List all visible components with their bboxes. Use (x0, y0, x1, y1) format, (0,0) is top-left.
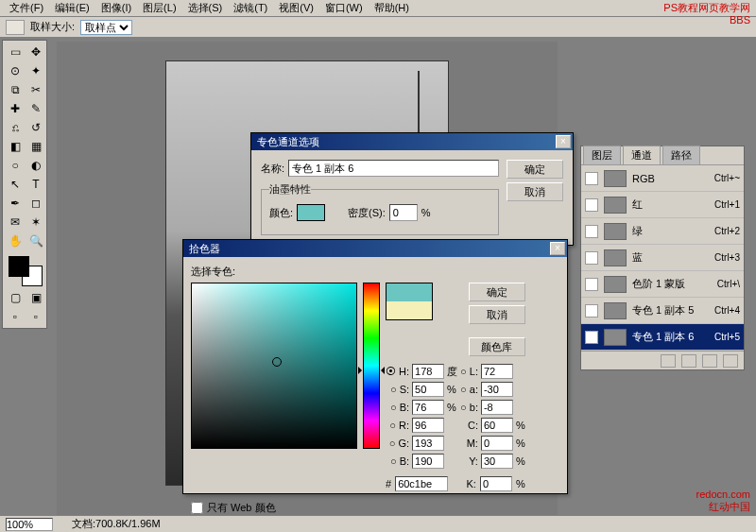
menu-window[interactable]: 窗口(W) (319, 0, 369, 17)
slice-tool[interactable]: ✂ (26, 80, 46, 99)
lab-b-input[interactable] (481, 400, 513, 415)
color-libraries-button[interactable]: 颜色库 (469, 337, 525, 356)
screenmode-1[interactable]: ▫ (5, 307, 26, 326)
channel-row[interactable]: 蓝Ctrl+3 (581, 245, 744, 271)
dialog-titlebar[interactable]: 专色通道选项 × (251, 133, 573, 150)
channel-row[interactable]: 色阶 1 蒙版Ctrl+\ (581, 271, 744, 298)
a-input[interactable] (481, 382, 513, 397)
m-input[interactable] (481, 436, 513, 451)
tab-layers[interactable]: 图层 (583, 146, 621, 164)
close-icon[interactable]: × (556, 135, 571, 148)
web-colors-checkbox[interactable]: 只有 Web 颜色 (191, 501, 525, 515)
menu-select[interactable]: 选择(S) (182, 0, 229, 17)
channel-name: 专色 1 副本 5 (632, 303, 709, 317)
picker-titlebar[interactable]: 拾色器 × (183, 240, 567, 257)
visibility-icon[interactable] (585, 198, 598, 212)
color-swatch[interactable] (297, 204, 325, 221)
dodge-tool[interactable]: ◐ (26, 156, 46, 175)
foreground-color[interactable] (9, 256, 29, 277)
visibility-icon[interactable] (585, 172, 598, 185)
menu-view[interactable]: 视图(V) (273, 0, 319, 17)
ok-button[interactable]: 确定 (507, 160, 563, 179)
doc-size: 文档:700.8K/1.96M (72, 517, 161, 531)
eyedropper-tool-icon[interactable] (6, 20, 25, 35)
eraser-tool[interactable]: ◧ (5, 137, 26, 156)
hue-slider[interactable] (363, 283, 380, 449)
picker-cancel-button[interactable]: 取消 (469, 305, 525, 324)
hex-input[interactable] (395, 476, 448, 491)
density-input[interactable] (389, 204, 418, 221)
type-tool[interactable]: T (26, 175, 46, 194)
color-preview (386, 283, 433, 320)
menu-filter[interactable]: 滤镜(T) (228, 0, 273, 17)
menu-help[interactable]: 帮助(H) (369, 0, 415, 17)
blur-tool[interactable]: ○ (5, 156, 26, 175)
y-input[interactable] (481, 454, 513, 469)
path-tool[interactable]: ↖ (5, 175, 26, 194)
delete-channel-icon[interactable] (723, 354, 738, 368)
visibility-icon[interactable] (585, 251, 598, 265)
zoom-input[interactable] (6, 518, 53, 531)
panel-footer (581, 351, 744, 369)
channel-row[interactable]: 红Ctrl+1 (581, 192, 744, 218)
brush-tool[interactable]: ✎ (26, 99, 46, 118)
quickmask-on[interactable]: ▣ (26, 288, 46, 307)
move-tool[interactable]: ✥ (26, 43, 46, 61)
hand-tool[interactable]: ✋ (5, 232, 26, 250)
marquee-tool[interactable]: ▭ (5, 43, 26, 61)
channels-panel: 图层 通道 路径 RGBCtrl+~红Ctrl+1绿Ctrl+2蓝Ctrl+3色… (580, 146, 745, 370)
stamp-tool[interactable]: ⎌ (5, 118, 26, 137)
pen-tool[interactable]: ✒ (5, 194, 26, 213)
menu-layer[interactable]: 图层(L) (137, 0, 181, 17)
tab-paths[interactable]: 路径 (662, 146, 700, 164)
new-channel-icon[interactable] (702, 354, 717, 368)
heal-tool[interactable]: ✚ (5, 99, 26, 118)
channel-row[interactable]: RGBCtrl+~ (581, 165, 744, 192)
sample-size-select[interactable]: 取样点 (80, 20, 132, 35)
g-input[interactable] (412, 436, 444, 451)
menu-file[interactable]: 文件(F) (4, 0, 49, 17)
visibility-icon[interactable] (585, 225, 598, 238)
channel-row[interactable]: 👁专色 1 副本 6Ctrl+5 (581, 324, 744, 351)
lasso-tool[interactable]: ⊙ (5, 61, 26, 80)
c-input[interactable] (481, 418, 513, 433)
shape-tool[interactable]: ◻ (26, 194, 46, 213)
k-input[interactable] (480, 476, 512, 491)
crop-tool[interactable]: ⧉ (5, 80, 26, 99)
color-field[interactable] (191, 283, 357, 449)
zoom-tool[interactable]: 🔍 (26, 232, 46, 250)
gradient-tool[interactable]: ▦ (26, 137, 46, 156)
h-label: ⦿ H: (386, 366, 409, 377)
wand-tool[interactable]: ✦ (26, 61, 46, 80)
visibility-icon[interactable] (585, 278, 598, 291)
channel-row[interactable]: 专色 1 副本 5Ctrl+4 (581, 298, 744, 324)
menu-edit[interactable]: 编辑(E) (49, 0, 95, 17)
history-tool[interactable]: ↺ (26, 118, 46, 137)
quickmask-off[interactable]: ▢ (5, 288, 26, 307)
s-input[interactable] (412, 382, 444, 397)
cancel-button[interactable]: 取消 (507, 182, 563, 201)
bv-input[interactable] (412, 454, 444, 469)
save-selection-icon[interactable] (681, 354, 696, 368)
tab-channels[interactable]: 通道 (623, 146, 661, 164)
color-swatches[interactable] (5, 254, 46, 288)
visibility-icon[interactable]: 👁 (585, 331, 598, 344)
eyedropper-tool[interactable]: ✶ (26, 213, 46, 232)
close-icon[interactable]: × (550, 242, 565, 255)
name-input[interactable] (288, 160, 499, 177)
visibility-icon[interactable] (585, 304, 598, 317)
web-colors-input[interactable] (191, 502, 203, 514)
notes-tool[interactable]: ✉ (5, 213, 26, 232)
b-input[interactable] (412, 400, 444, 415)
hash-label: # (386, 478, 391, 489)
h-input[interactable] (412, 364, 444, 379)
picker-ok-button[interactable]: 确定 (469, 283, 525, 301)
channel-row[interactable]: 绿Ctrl+2 (581, 218, 744, 245)
menu-image[interactable]: 图像(I) (95, 0, 137, 17)
sample-size-label: 取样大小: (30, 20, 75, 34)
l-input[interactable] (481, 364, 513, 379)
color-picker-dialog: 拾色器 × 选择专色: 确定 取消 颜色库 (182, 239, 568, 494)
screenmode-2[interactable]: ▫ (26, 307, 46, 326)
load-selection-icon[interactable] (661, 354, 676, 368)
r-input[interactable] (412, 418, 444, 433)
